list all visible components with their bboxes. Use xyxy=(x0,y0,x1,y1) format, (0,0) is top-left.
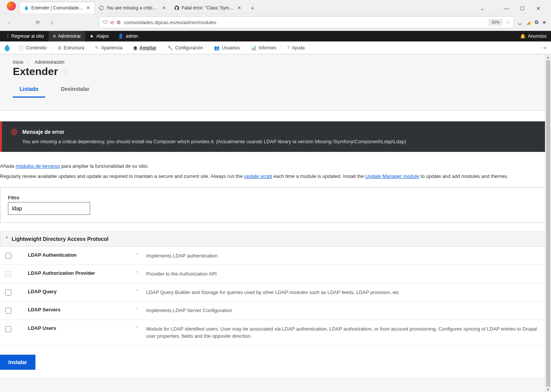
announcements-link[interactable]: 🔔 Anuncios xyxy=(520,34,551,39)
breadcrumb-admin[interactable]: Administración xyxy=(35,60,64,65)
menu-usuarios[interactable]: 👥Usuarios xyxy=(209,41,245,54)
reports-icon: 📊 xyxy=(251,45,256,51)
chevron-down-icon[interactable]: ˅ xyxy=(135,289,139,294)
user-menu[interactable]: 👤 admin xyxy=(113,31,143,41)
module-description: Provider to the Authorization API xyxy=(146,270,546,278)
module-description: LDAP Query Builder and Storage for queri… xyxy=(146,289,546,296)
module-checkbox[interactable] xyxy=(5,271,11,277)
filter-box: Filtro xyxy=(0,187,551,223)
shield-icon[interactable]: 🛡 xyxy=(103,20,108,25)
module-checkbox[interactable] xyxy=(5,253,11,259)
browser-tab-2[interactable]: Fatal error: "Class 'Symfony\Co ✕ xyxy=(170,2,246,14)
menu-configuracion[interactable]: 🔧Configuración xyxy=(162,41,209,54)
bookmark-star-icon[interactable]: ☆ xyxy=(505,20,510,25)
menu-label: Configuración xyxy=(175,45,203,51)
drupal-admin-menu: 📄Contenido ⊞Estructura ✎Apariencia ⊕Ampl… xyxy=(0,41,551,54)
drupal-logo-icon[interactable] xyxy=(2,42,13,54)
browser-tab-1[interactable]: You are missing a critical depen ✕ xyxy=(95,2,170,14)
permissions-icon[interactable]: ⚙ xyxy=(116,20,121,25)
minimize-button[interactable]: — xyxy=(501,3,512,14)
menu-contenido[interactable]: 📄Contenido xyxy=(13,41,52,54)
install-button[interactable]: Instalar xyxy=(0,355,35,370)
browser-toolbar: ← → ⟳ ⌂ 🛡 ⊘ ⚙ comunidades.dipcas.es/es/a… xyxy=(0,14,551,31)
scroll-up-arrow-icon[interactable]: ▲ xyxy=(545,54,551,60)
filter-input[interactable] xyxy=(8,202,90,215)
error-body: You are missing a critical dependency, y… xyxy=(11,139,542,144)
menu-estructura[interactable]: ⊞Estructura xyxy=(52,41,90,54)
module-name: LDAP Authentication xyxy=(17,252,130,258)
back-to-site-link[interactable]: 〈 Regresar al sitio xyxy=(0,31,49,41)
favorite-star-icon[interactable]: ☆ xyxy=(62,67,68,76)
module-name: LDAP Servers xyxy=(17,307,130,312)
page-tabs: Listado Desinstalar xyxy=(13,82,538,98)
scroll-down-arrow-icon[interactable]: ▼ xyxy=(545,387,551,392)
lock-crossed-icon[interactable]: ⊘ xyxy=(110,20,114,25)
user-icon: 👤 xyxy=(118,34,124,39)
page-title: Extender xyxy=(13,66,58,78)
third-party-modules-link[interactable]: módulos de terceros xyxy=(15,163,60,169)
back-button[interactable]: ← xyxy=(4,17,14,28)
extensions-icon[interactable]: ⧉ xyxy=(535,19,538,25)
menu-informes[interactable]: 📊Informes xyxy=(245,41,282,54)
chevron-left-icon: 〈 xyxy=(5,33,9,40)
account-icon[interactable]: ◢ xyxy=(527,20,530,25)
titlebar: Extender | Comunidades Dipcas ✕ You are … xyxy=(0,0,551,14)
app-menu-icon[interactable]: ≡ xyxy=(543,20,546,25)
chevron-down-icon[interactable]: ˅ xyxy=(135,252,139,258)
module-description: Implements LDAP Server Configuration xyxy=(146,307,546,314)
home-button[interactable]: ⌂ xyxy=(47,17,57,28)
section-title: Lightweight Directory Access Protocol xyxy=(12,236,109,242)
chevron-down-icon[interactable]: ˅ xyxy=(135,325,139,331)
tabs-strip: Extender | Comunidades Dipcas ✕ You are … xyxy=(20,0,476,14)
google-favicon-icon xyxy=(99,5,104,11)
update-script-link[interactable]: update script xyxy=(244,173,272,179)
chevron-up-icon: ˄ xyxy=(6,236,8,241)
zoom-indicator[interactable]: 80% xyxy=(489,19,502,25)
vertical-scrollbar[interactable]: ▲ ▼ xyxy=(545,54,551,392)
tab-label: You are missing a critical depen xyxy=(106,5,159,11)
shortcuts-link[interactable]: ★ Atajos xyxy=(85,31,113,41)
browser-tab-0[interactable]: Extender | Comunidades Dipcas ✕ xyxy=(20,2,95,14)
close-icon[interactable]: ✕ xyxy=(237,5,242,11)
tabs-dropdown-icon[interactable]: ⌄ xyxy=(480,5,485,11)
reload-button[interactable]: ⟳ xyxy=(32,17,43,28)
menu-ayuda[interactable]: ?Ayuda xyxy=(282,41,311,54)
new-tab-button[interactable]: + xyxy=(247,3,258,14)
back-to-site-label: Regresar al sitio xyxy=(11,34,44,39)
module-name: LDAP Query xyxy=(17,289,130,294)
module-section-header[interactable]: ˄ Lightweight Directory Access Protocol xyxy=(0,231,551,247)
menu-ampliar[interactable]: ⊕Ampliar xyxy=(128,41,162,54)
drupal-favicon-icon xyxy=(24,5,29,11)
pocket-icon[interactable]: ◡ xyxy=(518,20,522,25)
star-icon: ★ xyxy=(90,34,94,39)
extend-icon: ⊕ xyxy=(133,45,137,51)
collapse-menu-button[interactable]: ⇤ xyxy=(540,45,551,51)
close-icon[interactable]: ✕ xyxy=(161,5,167,11)
menu-label: Contenido xyxy=(26,45,47,51)
chevron-right-icon: 〉 xyxy=(27,60,31,65)
menu-label: Estructura xyxy=(64,45,84,51)
module-description: Module for LDAP identified users. User m… xyxy=(146,325,546,340)
chevron-down-icon[interactable]: ˅ xyxy=(135,307,139,312)
breadcrumb-home[interactable]: Inicio xyxy=(13,60,23,65)
content-icon: 📄 xyxy=(18,45,24,51)
tab-listado[interactable]: Listado xyxy=(13,82,45,98)
module-checkbox[interactable] xyxy=(5,308,11,314)
close-window-button[interactable]: ✕ xyxy=(533,3,543,14)
content-viewport[interactable]: Inicio 〉 Administración Extender ☆ Lista… xyxy=(0,54,551,392)
manage-toggle[interactable]: ≡ Administrar xyxy=(49,31,86,41)
maximize-button[interactable]: ☐ xyxy=(517,3,528,14)
module-checkbox[interactable] xyxy=(5,326,11,332)
chevron-down-icon[interactable]: ˅ xyxy=(135,270,139,276)
url-bar[interactable]: 🛡 ⊘ ⚙ comunidades.dipcas.es/es/admin/mod… xyxy=(99,16,514,28)
module-name: LDAP Authorization Provider xyxy=(17,270,130,276)
close-icon[interactable]: ✕ xyxy=(86,5,91,11)
error-icon: ⊘ xyxy=(11,129,17,135)
update-manager-link[interactable]: Update Manager module xyxy=(365,173,419,179)
module-row: LDAP Query˅LDAP Query Builder and Storag… xyxy=(0,283,551,302)
menu-apariencia[interactable]: ✎Apariencia xyxy=(90,41,128,54)
module-checkbox[interactable] xyxy=(5,289,11,296)
tab-desinstalar[interactable]: Desinstalar xyxy=(54,82,96,98)
scroll-thumb[interactable] xyxy=(546,60,550,387)
browser-chrome: Extender | Comunidades Dipcas ✕ You are … xyxy=(0,0,551,31)
